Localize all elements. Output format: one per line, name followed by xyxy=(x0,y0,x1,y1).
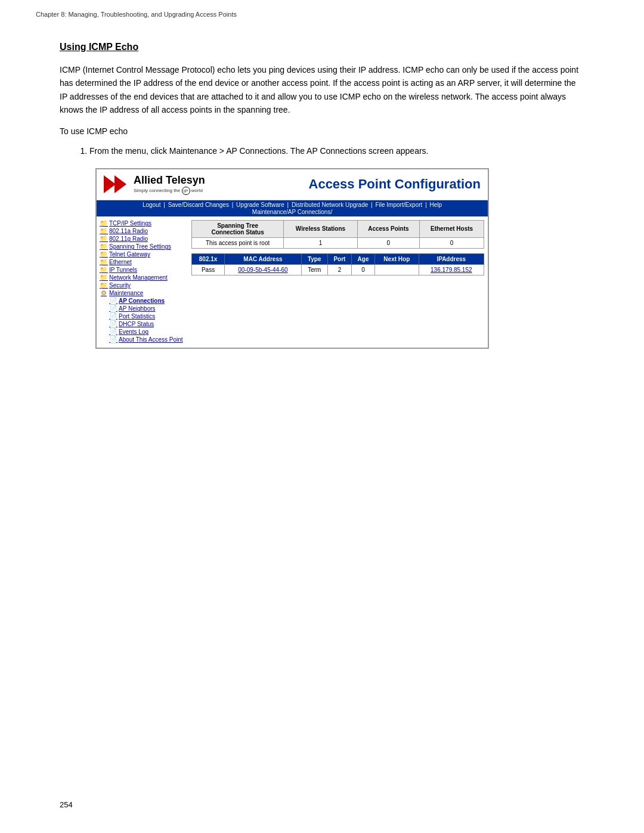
sidebar-item-ap-connections[interactable]: 📄 AP Connections xyxy=(110,298,187,305)
cell-80211x: Pass xyxy=(192,264,225,275)
connections-table: 802.1x MAC Address Type Port Age Next Ho… xyxy=(191,253,484,275)
sidebar-label-ap-connections: AP Connections xyxy=(119,298,165,304)
sidebar: 📁 TCP/IP Settings 📁 802.11a Radio 📁 802.… xyxy=(100,220,187,344)
nav-upgrade[interactable]: Upgrade Software xyxy=(236,202,284,208)
folder-icon: 📁 xyxy=(100,267,107,274)
cell-ip: 136.179.85.152 xyxy=(419,264,484,275)
sidebar-label-spanning: Spanning Tree Settings xyxy=(109,243,171,250)
sidebar-label-ap-neighbors: AP Neighbors xyxy=(119,305,156,312)
col-type: Type xyxy=(301,253,327,264)
ethernet-count-cell: 0 xyxy=(420,237,484,248)
sidebar-item-ap-neighbors[interactable]: 📄 AP Neighbors xyxy=(110,305,187,312)
folder-icon: 📁 xyxy=(100,220,107,227)
ap-count-cell: 0 xyxy=(357,237,419,248)
sidebar-item-security[interactable]: 📁 Security xyxy=(100,282,187,289)
sidebar-item-80211g[interactable]: 📁 802.11g Radio xyxy=(100,236,187,243)
page-title: Access Point Configuration xyxy=(309,176,481,192)
tagline-world: world xyxy=(191,188,203,193)
nav-logout[interactable]: Logout xyxy=(143,202,161,208)
ip-link[interactable]: 136.179.85.152 xyxy=(431,267,472,273)
cell-port: 2 xyxy=(327,264,351,275)
col-port: Port xyxy=(327,253,351,264)
nav-save[interactable]: Save/Discard Changes xyxy=(168,202,229,208)
cell-age: 0 xyxy=(352,264,375,275)
sidebar-label-maintenance: Maintenance xyxy=(109,290,143,296)
col-mac: MAC Address xyxy=(225,253,302,264)
table-row: Pass 00-09-5b-45-44-60 Term 2 0 136.179.… xyxy=(192,264,484,275)
sidebar-label-80211g: 802.11g Radio xyxy=(109,236,148,242)
logo-tagline: Simply connecting the IP world xyxy=(134,187,205,195)
sidebar-item-port-stats[interactable]: 📄 Port Statistics xyxy=(110,313,187,320)
folder-icon: 📁 xyxy=(100,251,107,258)
page-title-text: Access Point Configuration xyxy=(309,176,481,191)
current-page-label: Maintenance/AP Connections/ xyxy=(99,209,485,215)
doc-icon: 📄 xyxy=(110,336,117,343)
sidebar-label-telnet: Telnet Gateway xyxy=(109,251,150,258)
data-table-header-row: 802.1x MAC Address Type Port Age Next Ho… xyxy=(192,253,484,264)
to-use-label: To use ICMP echo xyxy=(60,126,584,136)
mac-link[interactable]: 00-09-5b-45-44-60 xyxy=(238,267,287,273)
col-age: Age xyxy=(352,253,375,264)
doc-icon: 📄 xyxy=(110,321,117,328)
ui-screenshot-panel: Allied Telesyn Simply connecting the IP … xyxy=(95,168,489,349)
sidebar-item-dhcp[interactable]: 📄 DHCP Status xyxy=(110,321,187,328)
sidebar-label-ip-tunnels: IP Tunnels xyxy=(109,267,137,273)
col-nexthop: Next Hop xyxy=(374,253,419,264)
sidebar-label-tcpip: TCP/IP Settings xyxy=(109,220,151,227)
at-logo-icon xyxy=(104,175,129,193)
sidebar-item-ip-tunnels[interactable]: 📁 IP Tunnels xyxy=(100,267,187,274)
folder-icon: 📁 xyxy=(100,282,107,289)
doc-icon: 📄 xyxy=(110,313,117,320)
sidebar-label-ethernet: Ethernet xyxy=(109,259,132,265)
spanning-tree-table: Spanning TreeConnection Status Wireless … xyxy=(191,220,484,249)
current-page-text: Maintenance/AP Connections/ xyxy=(252,209,332,215)
folder-icon: 📁 xyxy=(100,236,107,243)
ethernet-hosts-header: Ethernet Hosts xyxy=(420,220,484,237)
doc-icon: 📄 xyxy=(110,298,117,305)
wireless-count-cell: 1 xyxy=(284,237,357,248)
nav-file[interactable]: File Import/Export xyxy=(375,202,422,208)
cell-nexthop xyxy=(374,264,419,275)
doc-icon: 📄 xyxy=(110,329,117,336)
body-text: ICMP (Internet Control Message Protocol)… xyxy=(60,65,578,114)
ui-content-area: 📁 TCP/IP Settings 📁 802.11a Radio 📁 802.… xyxy=(97,216,488,348)
chapter-title: Chapter 8: Managing, Troubleshooting, an… xyxy=(36,11,237,18)
sidebar-label-port-stats: Port Statistics xyxy=(119,313,155,320)
sidebar-item-about[interactable]: 📄 About This Access Point xyxy=(110,336,187,343)
sidebar-item-tcpip[interactable]: 📁 TCP/IP Settings xyxy=(100,220,187,227)
logo-area: Allied Telesyn Simply connecting the IP … xyxy=(104,174,205,195)
sidebar-item-telnet[interactable]: 📁 Telnet Gateway xyxy=(100,251,187,258)
svg-marker-1 xyxy=(114,175,126,193)
sidebar-submenu: 📄 AP Connections 📄 AP Neighbors 📄 Port S… xyxy=(100,298,187,343)
step-1-text: From the menu, click Maintenance > AP Co… xyxy=(89,146,429,156)
main-panel: Spanning TreeConnection Status Wireless … xyxy=(191,220,484,344)
nav-distributed[interactable]: Distributed Network Upgrade xyxy=(292,202,368,208)
sidebar-item-network[interactable]: 📁 Network Management xyxy=(100,274,187,281)
col-ipaddress: IPAddress xyxy=(419,253,484,264)
page-number: 254 xyxy=(60,800,73,809)
spanning-tree-header: Spanning TreeConnection Status xyxy=(192,220,284,237)
folder-icon: 📁 xyxy=(100,259,107,266)
spanning-tree-row: This access point is root 1 0 0 xyxy=(192,237,484,248)
folder-icon: 📁 xyxy=(100,274,107,281)
wireless-stations-header: Wireless Stations xyxy=(284,220,357,237)
nav-help[interactable]: Help xyxy=(430,202,442,208)
chapter-header: Chapter 8: Managing, Troubleshooting, an… xyxy=(0,0,644,18)
sidebar-item-spanning[interactable]: 📁 Spanning Tree Settings xyxy=(100,243,187,250)
logo-text: Allied Telesyn xyxy=(134,174,205,187)
tagline-text: Simply connecting the xyxy=(134,188,180,193)
sidebar-label-dhcp: DHCP Status xyxy=(119,321,154,327)
root-status-cell: This access point is root xyxy=(192,237,284,248)
sidebar-item-ethernet[interactable]: 📁 Ethernet xyxy=(100,259,187,266)
page-number-text: 254 xyxy=(60,800,73,809)
svg-marker-0 xyxy=(104,175,116,193)
sidebar-item-events[interactable]: 📄 Events Log xyxy=(110,329,187,336)
sidebar-item-80211a[interactable]: 📁 802.11a Radio xyxy=(100,228,187,235)
section-title-text: Using ICMP Echo xyxy=(60,42,138,52)
step-1: From the menu, click Maintenance > AP Co… xyxy=(89,144,584,157)
body-paragraph: ICMP (Internet Control Message Protocol)… xyxy=(60,63,584,117)
sidebar-item-maintenance[interactable]: ⚙ Maintenance xyxy=(100,290,187,297)
nav-bar[interactable]: Logout | Save/Discard Changes | Upgrade … xyxy=(97,200,488,216)
sidebar-label-80211a: 802.11a Radio xyxy=(109,228,148,234)
doc-icon: 📄 xyxy=(110,305,117,312)
